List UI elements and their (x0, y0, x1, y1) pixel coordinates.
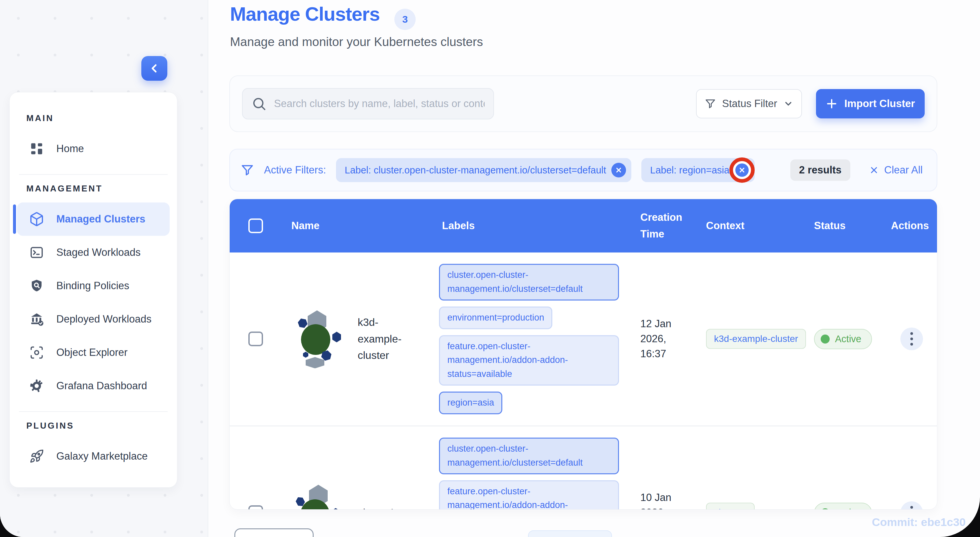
sidebar-section-management: MANAGEMENT (26, 183, 170, 194)
column-header-context: Context (702, 220, 808, 232)
sidebar-item-label: Home (56, 143, 84, 155)
labels-list: cluster.open-cluster-management.io/clust… (439, 252, 619, 425)
label-chip: feature.open-cluster-management.io/addon… (439, 480, 619, 510)
select-all-checkbox[interactable] (248, 218, 263, 233)
funnel-icon-blue (241, 163, 254, 177)
cube-icon (29, 212, 45, 227)
sidebar-item-label: Galaxy Marketplace (56, 450, 148, 462)
sidebar-section-main: MAIN (26, 113, 170, 123)
pagination-button-partial[interactable] (528, 530, 612, 537)
row-checkbox[interactable] (248, 505, 263, 510)
table-row: k3d-example-cluster cluster.open-cluster… (230, 252, 937, 425)
sidebar-collapse-button[interactable] (142, 56, 167, 81)
sidebar-item-label: Binding Policies (56, 280, 129, 292)
shield-search-icon (29, 278, 45, 293)
column-header-creation-time: Creation Time (630, 209, 702, 242)
label-chip: feature.open-cluster-management.io/addon… (439, 335, 619, 386)
sidebar-item-home[interactable]: Home (17, 132, 170, 166)
table-row: cluster1 cluster.open-cluster-management… (230, 425, 937, 510)
column-header-labels: Labels (433, 220, 630, 232)
status-dot-icon (821, 335, 830, 344)
sidebar-item-binding-policies[interactable]: Binding Policies (17, 269, 170, 303)
sidebar-divider (19, 174, 168, 175)
x-icon (869, 165, 879, 175)
cluster-animation-icon (290, 483, 343, 510)
status-label: Active (835, 507, 861, 510)
active-indicator-bar (13, 204, 16, 234)
cluster-name[interactable]: k3d-example-cluster (358, 314, 404, 364)
sidebar-item-label: Staged Workloads (56, 247, 141, 258)
sidebar-item-label: Grafana Dashboard (56, 380, 147, 392)
rocket-icon (29, 449, 45, 464)
cluster-animation-icon (290, 309, 343, 368)
status-filter-button[interactable]: Status Filter (696, 89, 802, 118)
label-chip: region=asia (439, 392, 502, 414)
scan-icon (29, 345, 45, 360)
label-chip: cluster.open-cluster-management.io/clust… (439, 264, 619, 301)
sidebar-item-label: Deployed Workloads (56, 313, 151, 325)
filter-chip-region-asia: Label: region=asia (641, 158, 755, 182)
app-root: MAIN Home MANAGEMENT Managed Clusters St… (0, 0, 980, 537)
sidebar-item-managed-clusters[interactable]: Managed Clusters (17, 202, 170, 236)
column-header-status: Status (808, 220, 877, 232)
plus-icon (826, 98, 838, 110)
search-icon (251, 96, 267, 112)
chevron-left-icon (149, 63, 160, 74)
clear-all-label: Clear All (885, 164, 923, 176)
clear-all-filters-button[interactable]: Clear All (869, 164, 923, 176)
toolbar: Status Filter Import Cluster (229, 75, 937, 132)
clusters-table: Name Labels Creation Time Context Status… (229, 199, 937, 510)
bank-check-icon (29, 312, 45, 327)
sidebar-item-label: Managed Clusters (56, 213, 145, 225)
sidebar-item-galaxy-marketplace[interactable]: Galaxy Marketplace (17, 440, 170, 473)
row-checkbox[interactable] (248, 331, 263, 346)
sidebar-item-deployed-workloads[interactable]: Deployed Workloads (17, 303, 170, 336)
grafana-icon (29, 378, 45, 394)
sidebar-item-object-explorer[interactable]: Object Explorer (17, 336, 170, 369)
sidebar-item-grafana-dashboard[interactable]: Grafana Dashboard (17, 369, 170, 403)
row-actions-menu-button[interactable] (900, 501, 923, 510)
active-filters-label: Active Filters: (264, 164, 326, 176)
status-label: Active (835, 333, 861, 344)
remove-filter-button[interactable] (611, 163, 626, 177)
sidebar-item-staged-workloads[interactable]: Staged Workloads (17, 236, 170, 269)
status-dot-icon (821, 508, 830, 510)
search-input[interactable] (274, 98, 485, 110)
dashboard-icon (29, 141, 45, 156)
active-filters-bar: Active Filters: Label: cluster.open-clus… (229, 149, 937, 191)
label-chip: environment=production (439, 306, 552, 329)
funnel-icon (705, 98, 716, 109)
cluster-name[interactable]: cluster1 (358, 505, 404, 510)
results-count-badge: 2 results (790, 159, 850, 181)
row-actions-menu-button[interactable] (900, 328, 923, 350)
filter-chip-clusterset: Label: cluster.open-cluster-management.i… (336, 158, 632, 182)
status-badge: Active (814, 503, 872, 510)
sidebar: MAIN Home MANAGEMENT Managed Clusters St… (10, 92, 177, 488)
table-header-row: Name Labels Creation Time Context Status… (230, 199, 937, 252)
label-chip: cluster.open-cluster-management.io/clust… (439, 438, 619, 474)
column-header-actions: Actions (877, 220, 937, 232)
commit-hash-label: Commit: ebe1c30 (872, 516, 966, 529)
cluster-count-badge: 3 (395, 9, 416, 30)
terminal-icon (29, 245, 45, 260)
status-filter-label: Status Filter (722, 98, 777, 110)
filter-chip-text: Label: cluster.open-cluster-management.i… (345, 165, 606, 176)
sidebar-section-plugins: PLUGINS (26, 421, 170, 431)
sidebar-divider (19, 411, 168, 412)
page-title: Manage Clusters (230, 3, 380, 25)
import-cluster-label: Import Cluster (844, 98, 915, 110)
column-header-name: Name (270, 220, 433, 232)
context-chip[interactable]: k3d-example-cluster (706, 329, 806, 349)
remove-filter-button[interactable] (735, 163, 749, 177)
pagination-button-partial[interactable] (234, 528, 313, 537)
creation-time: 10 Jan 2026, 16:05 (630, 490, 681, 510)
chevron-down-icon (783, 99, 793, 109)
page-subtitle: Manage and monitor your Kubernetes clust… (230, 35, 483, 49)
filter-chip-text: Label: region=asia (650, 165, 729, 176)
import-cluster-button[interactable]: Import Cluster (816, 89, 925, 118)
creation-time: 12 Jan 2026, 16:37 (630, 317, 681, 362)
search-box[interactable] (242, 88, 494, 120)
labels-list: cluster.open-cluster-management.io/clust… (439, 426, 622, 510)
context-chip[interactable]: cluster1 (706, 503, 755, 510)
status-badge: Active (814, 329, 872, 349)
